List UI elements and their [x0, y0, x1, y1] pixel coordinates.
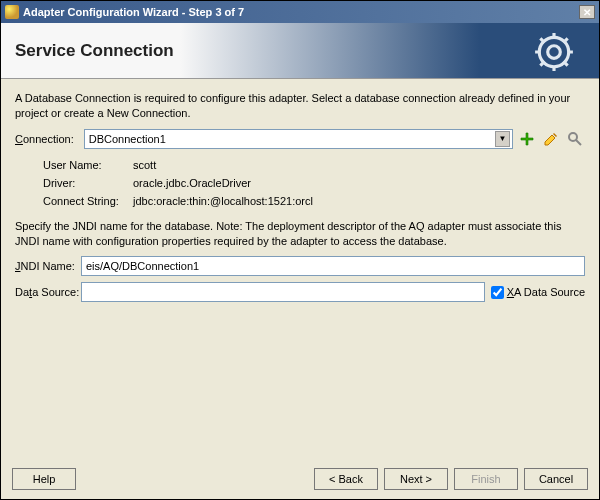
- connection-details: User Name:scott Driver:oracle.jdbc.Oracl…: [43, 159, 585, 207]
- wizard-header: Service Connection: [1, 23, 599, 79]
- driver-value: oracle.jdbc.OracleDriver: [133, 177, 251, 189]
- gear-icon: [533, 31, 575, 75]
- connection-row: Connection: DBConnection1 ▼: [15, 129, 585, 149]
- close-button[interactable]: ✕: [579, 5, 595, 19]
- finish-button: Finish: [454, 468, 518, 490]
- add-connection-button[interactable]: [517, 129, 537, 149]
- chevron-down-icon: ▼: [495, 131, 510, 147]
- username-value: scott: [133, 159, 156, 171]
- content-area: A Database Connection is required to con…: [1, 79, 599, 320]
- title-bar: Adapter Configuration Wizard - Step 3 of…: [1, 1, 599, 23]
- connect-string-label: Connect String:: [43, 195, 133, 207]
- connect-string-value: jdbc:oracle:thin:@localhost:1521:orcl: [133, 195, 313, 207]
- datasource-row: Data Source: XA Data Source: [15, 282, 585, 302]
- next-button[interactable]: Next >: [384, 468, 448, 490]
- datasource-input[interactable]: [81, 282, 485, 302]
- username-label: User Name:: [43, 159, 133, 171]
- jndi-row: JNDI Name:: [15, 256, 585, 276]
- connection-value: DBConnection1: [89, 133, 495, 145]
- window-title: Adapter Configuration Wizard - Step 3 of…: [23, 6, 579, 18]
- svg-point-0: [548, 46, 561, 59]
- xa-checkbox[interactable]: XA Data Source: [491, 286, 585, 299]
- help-button[interactable]: Help: [12, 468, 76, 490]
- intro-text: A Database Connection is required to con…: [15, 91, 585, 121]
- xa-label: XA Data Source: [507, 286, 585, 298]
- connection-combobox[interactable]: DBConnection1 ▼: [84, 129, 513, 149]
- datasource-label: Data Source:: [15, 286, 81, 298]
- xa-checkbox-input[interactable]: [491, 286, 504, 299]
- browse-connection-button[interactable]: [565, 129, 585, 149]
- wizard-footer: Help < Back Next > Finish Cancel: [0, 458, 600, 500]
- driver-label: Driver:: [43, 177, 133, 189]
- edit-connection-button[interactable]: [541, 129, 561, 149]
- page-title: Service Connection: [15, 41, 174, 61]
- cancel-button[interactable]: Cancel: [524, 468, 588, 490]
- jndi-help-text: Specify the JNDI name for the database. …: [15, 219, 585, 249]
- jndi-name-input[interactable]: [81, 256, 585, 276]
- connection-label: Connection:: [15, 133, 74, 145]
- app-icon: [5, 5, 19, 19]
- svg-point-2: [569, 133, 577, 141]
- jndi-label: JNDI Name:: [15, 260, 81, 272]
- back-button[interactable]: < Back: [314, 468, 378, 490]
